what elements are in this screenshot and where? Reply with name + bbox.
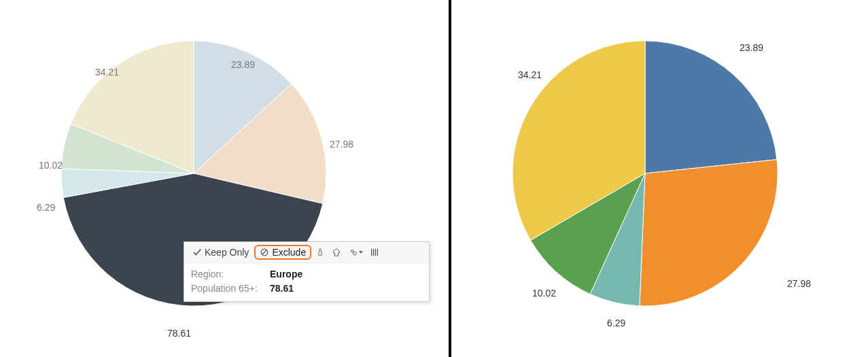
right-label-6.29: 6.29 xyxy=(607,318,625,328)
tooltip-row-region: Region: Europe xyxy=(191,267,422,282)
tooltip-row-key: Population 65+: xyxy=(191,282,267,296)
svg-line-1 xyxy=(262,250,267,255)
group-members-icon[interactable] xyxy=(313,245,328,259)
left-label-10.02: 10.02 xyxy=(39,160,63,171)
exclude-icon xyxy=(260,248,269,257)
slice-tooltip: Keep Only Exclude xyxy=(184,241,430,302)
left-label-27.98: 27.98 xyxy=(330,139,353,150)
svg-point-2 xyxy=(351,250,353,253)
keep-only-label: Keep Only xyxy=(205,247,249,258)
create-set-icon[interactable] xyxy=(329,245,344,259)
tooltip-action-bar: Keep Only Exclude xyxy=(184,242,429,263)
check-icon xyxy=(192,248,202,257)
keep-only-button[interactable]: Keep Only xyxy=(188,245,253,259)
right-label-23.89: 23.89 xyxy=(740,42,763,53)
left-label-78.61: 78.61 xyxy=(167,328,191,339)
view-data-icon[interactable] xyxy=(345,245,366,259)
chevron-down-icon xyxy=(359,251,363,254)
right-label-10.02: 10.02 xyxy=(532,288,556,299)
svg-line-4 xyxy=(353,252,353,253)
pie-slice-slice-27.98[interactable] xyxy=(640,160,778,306)
tooltip-row-population: Population 65+: 78.61 xyxy=(191,282,422,296)
left-label-34.21: 34.21 xyxy=(95,67,119,78)
left-label-6.29: 6.29 xyxy=(37,202,55,213)
explain-data-icon[interactable] xyxy=(367,245,382,259)
tooltip-body: Region: Europe Population 65+: 78.61 xyxy=(184,263,429,301)
pie-chart-after-exclude xyxy=(499,27,791,320)
tooltip-row-key: Region: xyxy=(191,267,267,282)
tooltip-row-value: 78.61 xyxy=(270,282,294,296)
exclude-label: Exclude xyxy=(272,247,306,258)
pie-slice-slice-23.89[interactable] xyxy=(645,41,777,173)
vertical-divider xyxy=(449,0,451,357)
exclude-button[interactable]: Exclude xyxy=(254,245,311,260)
tooltip-row-value: Europe xyxy=(270,267,302,282)
right-label-34.21: 34.21 xyxy=(518,69,542,80)
left-label-23.89: 23.89 xyxy=(231,59,255,70)
right-label-27.98: 27.98 xyxy=(787,278,811,289)
